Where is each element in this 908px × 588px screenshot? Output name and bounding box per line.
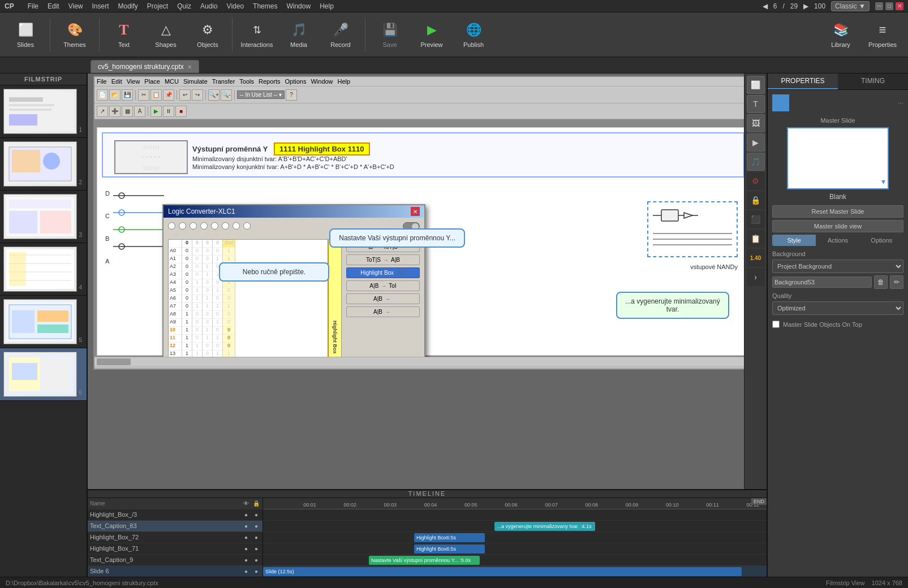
ttcout-9[interactable]: 0 [223, 319, 235, 327]
canvas-tool-3[interactable]: 🖼 [747, 114, 765, 132]
canvas-tool-9[interactable]: 📋 [747, 230, 765, 248]
tl-eye-4[interactable]: ● [242, 556, 250, 564]
tab-close-icon[interactable]: ✕ [187, 64, 192, 70]
quality-dropdown[interactable]: Optimized [772, 301, 903, 315]
conv-btn-3[interactable]: Highlight Box -AB [346, 267, 420, 278]
in-use-list-dropdown[interactable]: -- In Use List -- ▾ [237, 90, 285, 99]
toolbar-save[interactable]: 💾 Save [370, 15, 410, 54]
inner-menu-options[interactable]: Options [285, 78, 307, 85]
inner-menu-place[interactable]: Place [144, 78, 160, 85]
tl-block-hb72[interactable]: Highlight Box6:5s [414, 533, 485, 542]
ttcout-11[interactable]: 0 [223, 335, 235, 343]
ttcout-5[interactable]: 0 [223, 287, 235, 295]
inner-btn-pointer[interactable]: ↗ [97, 106, 108, 117]
inner-btn-redo[interactable]: ↪ [192, 89, 203, 101]
inner-btn-help[interactable]: ? [286, 89, 297, 101]
classic-badge[interactable]: Classic ▼ [831, 1, 870, 11]
ttcout-10[interactable]: 0 [223, 327, 235, 335]
inner-btn-stop[interactable]: ■ [175, 106, 187, 117]
menu-help[interactable]: Help [320, 2, 334, 10]
sa-tab-actions[interactable]: Actions [816, 235, 859, 246]
radio-d[interactable] [200, 222, 208, 230]
inner-btn-copy[interactable]: 📋 [150, 89, 162, 101]
h-scroll-thumb[interactable] [97, 358, 131, 365]
inner-btn-zoomin[interactable]: 🔍+ [208, 89, 220, 101]
tl-block-caption9[interactable]: Nastavte Vaší výstupní proměnnou Y... :5… [369, 556, 480, 565]
inner-btn-text[interactable]: A [134, 106, 145, 117]
ttcout-8[interactable]: 0 [223, 311, 235, 319]
menu-file[interactable]: File [28, 2, 38, 10]
bg-field-input[interactable] [772, 276, 872, 288]
inner-btn-zoomout[interactable]: 🔍- [221, 89, 232, 101]
inner-btn-cut[interactable]: ✂ [138, 89, 149, 101]
tl-lock-1[interactable]: ● [252, 522, 260, 530]
inner-btn-place[interactable]: ▦ [122, 106, 133, 117]
tl-eye-3[interactable]: ● [242, 544, 250, 552]
radio-a[interactable] [168, 222, 175, 230]
conv-btn-4[interactable]: A|B → ToI [346, 280, 420, 291]
menu-audio[interactable]: Audio [200, 2, 218, 10]
toolbar-text[interactable]: T Text [104, 15, 144, 54]
bg-delete-button[interactable]: 🗑 [874, 275, 888, 289]
tl-block-slide6[interactable]: Slide (12.5s) [263, 567, 742, 576]
master-slide-checkbox[interactable] [772, 321, 780, 328]
canvas-tool-5[interactable]: 🎵 [747, 153, 765, 171]
inner-btn-paste[interactable]: 📌 [163, 89, 174, 101]
toolbar-preview[interactable]: ▶ Preview [412, 15, 451, 54]
radio-b[interactable] [179, 222, 186, 230]
toolbar-shapes[interactable]: △ Shapes [146, 15, 186, 54]
tl-eye-1[interactable]: ● [242, 522, 250, 530]
canvas-tool-4[interactable]: ▶ [747, 133, 765, 152]
conv-btn-2[interactable]: ToT|S → A|B [346, 254, 420, 265]
toolbar-themes[interactable]: 🎨 Themes [55, 15, 94, 54]
inner-menu-reports[interactable]: Reports [259, 78, 281, 85]
inner-btn-save[interactable]: 💾 [122, 89, 133, 101]
toolbar-properties[interactable]: ≡ Properties [863, 15, 902, 54]
zoom-level[interactable]: 100 [814, 2, 825, 10]
toolbar-slides[interactable]: ⬜ Slides [6, 15, 45, 54]
inner-btn-open[interactable]: 📂 [109, 89, 121, 101]
slide-thumb-5[interactable]: 5 [0, 296, 87, 348]
menu-window[interactable]: Window [286, 2, 311, 10]
master-slide-view-button[interactable]: Master slide view [772, 220, 903, 232]
inner-menu-window[interactable]: Window [311, 78, 333, 85]
canvas-tool-8[interactable]: ⬛ [747, 210, 765, 228]
menu-project[interactable]: Project [147, 2, 168, 10]
canvas-tool-2[interactable]: T [747, 95, 765, 113]
tl-eye-header[interactable]: 👁 [242, 499, 250, 507]
toolbar-record[interactable]: 🎤 Record [321, 15, 360, 54]
sa-tab-style[interactable]: Style [772, 235, 816, 246]
tl-lock-5[interactable]: ● [252, 567, 260, 575]
rp-tab-properties[interactable]: PROPERTIES [768, 74, 838, 89]
reset-master-slide-button[interactable]: Reset Master Slide [772, 205, 903, 218]
inner-btn-new[interactable]: 📄 [97, 89, 108, 101]
tl-eye-5[interactable]: ● [242, 567, 250, 575]
inner-btn-undo[interactable]: ↩ [179, 89, 191, 101]
timeline-tracks[interactable]: 00:01 00:02 00:03 00:04 00:05 00:06 00:0… [263, 498, 767, 577]
menu-insert[interactable]: Insert [92, 2, 109, 10]
menu-themes[interactable]: Themes [253, 2, 277, 10]
radio-h[interactable] [243, 222, 251, 230]
close-button[interactable]: ✕ [896, 2, 903, 10]
tt-col-out[interactable]: Out 1 1 0 0 1 0 0 [223, 240, 235, 366]
inner-menu-mcu[interactable]: MCU [165, 78, 179, 85]
slide-thumb-1[interactable]: 1 [0, 85, 87, 138]
inner-btn-pause[interactable]: ⏸ [163, 106, 174, 117]
tl-block-hb71[interactable]: Highlight Box6:5s [414, 544, 485, 554]
slide-thumb-6[interactable]: 6 [0, 348, 87, 401]
tl-eye-0[interactable]: ● [242, 511, 250, 518]
inner-btn-wire[interactable]: ➕ [109, 106, 121, 117]
canvas-tool-7[interactable]: 🔒 [747, 191, 765, 209]
inner-menu-edit[interactable]: Edit [111, 78, 122, 85]
tl-lock-0[interactable]: ● [252, 511, 260, 518]
inner-menu-view[interactable]: View [127, 78, 140, 85]
tl-lock-4[interactable]: ● [252, 556, 260, 564]
ttcout-7[interactable]: 1 [223, 303, 235, 311]
inner-h-scrollbar[interactable] [94, 357, 751, 366]
rp-tab-timing[interactable]: TIMING [838, 74, 908, 89]
conv-btn-6[interactable]: A|B → [346, 306, 420, 317]
toolbar-library[interactable]: 📚 Library [821, 15, 860, 54]
ttcout-0[interactable]: 1 [223, 248, 235, 256]
background-dropdown[interactable]: Project Background [772, 260, 903, 273]
inner-menu-transfer[interactable]: Transfer [212, 78, 235, 85]
